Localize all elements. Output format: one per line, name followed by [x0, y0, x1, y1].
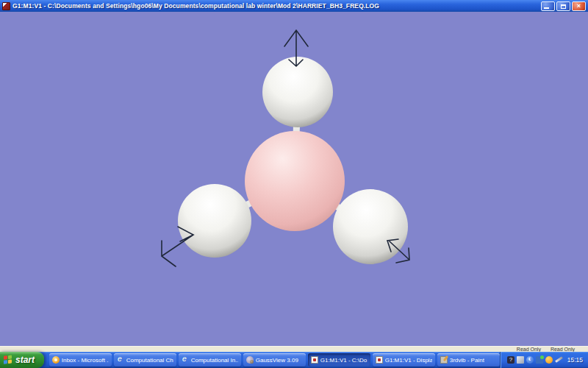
readonly-status-right: Read Only [551, 347, 575, 352]
statusbar: Read Only Read Only [0, 346, 588, 352]
system-tray: 15:15 [500, 352, 588, 368]
minimize-icon [544, 7, 549, 9]
start-button[interactable]: start [0, 352, 44, 368]
molecule-viewport[interactable] [0, 12, 588, 346]
outlook-icon [52, 356, 60, 364]
gaussview-icon [246, 356, 254, 364]
taskbar-item-g1m1v1-file[interactable]: G1:M1:V1 - C:\Do... [308, 353, 370, 367]
bh3-molecule-render [0, 12, 588, 346]
taskbar-items: Inbox - Microsoft ... Computational Ch..… [49, 353, 500, 367]
paint-icon [440, 356, 448, 364]
internet-explorer-icon [182, 356, 189, 364]
taskbar-clock[interactable]: 15:15 [567, 356, 583, 364]
stylus-icon[interactable] [555, 356, 562, 364]
hide-icons-chevron-icon[interactable] [526, 356, 534, 364]
messenger-icon[interactable] [545, 356, 553, 364]
windows-logo-icon [4, 355, 12, 364]
minimize-button[interactable] [541, 1, 555, 11]
hydrogen-atom-top[interactable] [262, 57, 333, 127]
window-titlebar[interactable]: G1:M1:V1 - C:\Documents and Settings\hgo… [0, 0, 588, 12]
restore-button[interactable] [556, 1, 570, 11]
hydrogen-atom-left[interactable] [178, 184, 251, 258]
desktop-screen: G1:M1:V1 - C:\Documents and Settings\hgo… [0, 0, 588, 368]
taskbar: start Inbox - Microsoft ... Computationa… [0, 352, 588, 368]
readonly-status-left: Read Only [517, 347, 541, 352]
taskbar-item-inbox[interactable]: Inbox - Microsoft ... [49, 353, 112, 367]
taskbar-item-paint[interactable]: 3rdvib - Paint [437, 353, 500, 367]
gaussview-document-icon [376, 356, 383, 364]
window-controls: × [541, 1, 586, 11]
start-button-label: start [15, 355, 35, 365]
taskbar-item-computational-in[interactable]: Computational In... [179, 353, 241, 367]
close-button[interactable]: × [572, 1, 586, 11]
gaussview-app-icon [2, 2, 10, 10]
question-mark-icon[interactable] [507, 356, 514, 364]
hydrogen-atom-right[interactable] [333, 189, 408, 264]
gaussview-document-icon [311, 356, 318, 364]
boron-atom[interactable] [245, 131, 345, 231]
taskbar-item-g1m1v1-display[interactable]: G1:M1:V1 - Displa... [373, 353, 435, 367]
restore-icon [561, 4, 566, 9]
usb-device-icon[interactable] [517, 356, 524, 364]
taskbar-item-gaussview[interactable]: GaussView 3.09 [243, 353, 306, 367]
internet-explorer-icon [117, 356, 124, 364]
window-title: G1:M1:V1 - C:\Documents and Settings\hgo… [12, 2, 539, 10]
taskbar-item-computational-ch[interactable]: Computational Ch... [114, 353, 176, 367]
network-status-icon[interactable] [536, 356, 543, 364]
